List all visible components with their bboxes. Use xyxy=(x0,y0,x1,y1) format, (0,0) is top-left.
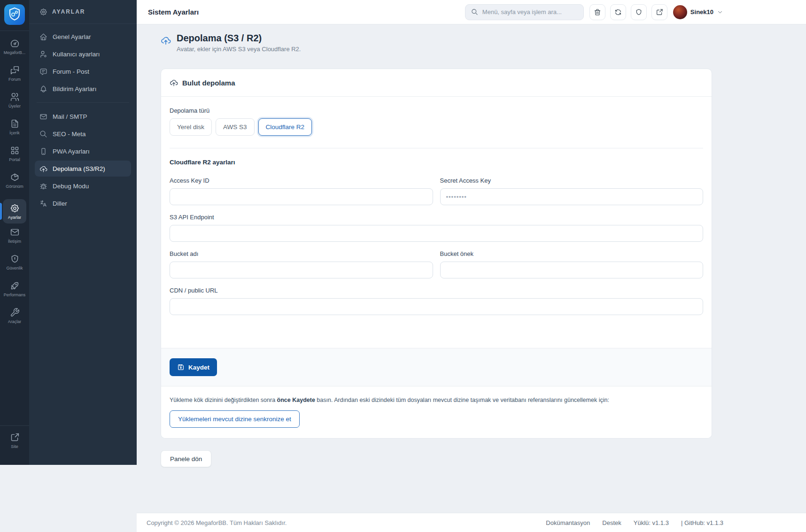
rail-item-guvenlik[interactable]: Güvenlik xyxy=(1,254,28,275)
rail-item-ayarlar[interactable]: Ayarlar xyxy=(3,199,26,224)
r2-settings-title: Cloudflare R2 ayarları xyxy=(170,159,703,166)
save-band: Kaydet xyxy=(161,348,712,386)
sidebar-item-label: Forum - Post xyxy=(53,68,89,75)
main-area: Sistem Ayarları Sinek10 xyxy=(137,0,806,532)
bucket-prefix-label: Bucket önek xyxy=(440,250,704,257)
endpoint-label: S3 API Endpoint xyxy=(170,214,703,221)
user-icon xyxy=(39,50,47,58)
global-search[interactable] xyxy=(465,4,584,20)
rail-item-gorunum[interactable]: Görünüm xyxy=(1,172,28,193)
sidebar-divider xyxy=(37,102,129,103)
dashboard-icon xyxy=(10,39,20,48)
chevron-down-icon xyxy=(717,9,723,15)
save-button-label: Kaydet xyxy=(188,364,209,371)
rail-item-forum[interactable]: Forum xyxy=(1,65,28,86)
sidebar-item-label: Kullanıcı ayarları xyxy=(53,51,100,58)
sidebar-item-label: SEO - Meta xyxy=(53,131,86,138)
language-icon xyxy=(39,200,47,208)
sidebar-item-label: Debug Modu xyxy=(53,183,89,190)
rail-item-araclar[interactable]: Araçlar xyxy=(1,308,28,329)
rail-item-portal[interactable]: Portal xyxy=(1,146,28,167)
wrench-icon xyxy=(10,308,20,317)
shield-icon xyxy=(10,254,20,264)
card-header: Bulut depolama xyxy=(161,69,712,97)
save-button[interactable]: Kaydet xyxy=(170,358,217,376)
home-icon xyxy=(39,33,47,41)
sidebar-item-debug-modu[interactable]: Debug Modu xyxy=(35,178,131,194)
cloud-upload-icon xyxy=(161,33,171,53)
content-icon xyxy=(10,119,20,129)
bucket-name-label: Bucket adı xyxy=(170,250,433,257)
rail-item-label: Ayarlar xyxy=(8,215,21,220)
bug-icon xyxy=(39,182,47,190)
page-subtitle: Avatar, ekler için AWS S3 veya Cloudflar… xyxy=(177,46,301,53)
endpoint-field[interactable] xyxy=(170,225,703,242)
rail-item-label: Üyeler xyxy=(8,104,21,108)
sidebar-item-diller[interactable]: Diller xyxy=(35,195,131,211)
storage-type-label: Depolama türü xyxy=(170,107,703,114)
rail-item-iletisim[interactable]: İletişim xyxy=(1,227,28,248)
sidebar-item-label: Bildirim Ayarları xyxy=(53,85,97,93)
settings-sidebar: AYARLAR Genel Ayarlar Kullanıcı ayarları… xyxy=(29,0,137,465)
page-header: Depolama (S3 / R2) Avatar, ekler için AW… xyxy=(161,33,712,53)
access-key-field[interactable] xyxy=(170,188,433,205)
sidebar-title: AYARLAR xyxy=(52,8,85,15)
footer: Copyright © 2026 MegaforBB. Tüm Hakları … xyxy=(137,513,806,532)
forum-icon xyxy=(10,65,20,75)
rail-item-megaforbb[interactable]: MegaforB... xyxy=(1,39,28,60)
cdn-url-field[interactable] xyxy=(170,298,703,315)
rail-item-label: İletişim xyxy=(8,239,21,244)
sidebar-item-depolama[interactable]: Depolama (S3/R2) xyxy=(35,161,131,177)
rail-item-site[interactable]: Site xyxy=(1,432,28,454)
sync-uploads-button[interactable]: Yüklemeleri mevcut dizine senkronize et xyxy=(170,410,300,428)
external-link-icon xyxy=(10,432,20,442)
sidebar-item-pwa-ayarlari[interactable]: PWA Ayarları xyxy=(35,143,131,159)
storage-option-cloudflare-r2[interactable]: Cloudflare R2 xyxy=(258,118,312,136)
avatar xyxy=(673,5,687,19)
cdn-url-label: CDN / public URL xyxy=(170,287,703,294)
sync-note: Yükleme kök dizinini değiştirdikten sonr… xyxy=(170,396,703,404)
rail-item-label: Görünüm xyxy=(6,184,23,189)
search-icon xyxy=(39,130,47,138)
portal-icon xyxy=(10,146,20,155)
storage-option-aws-s3[interactable]: AWS S3 xyxy=(216,118,255,136)
mail-icon xyxy=(10,227,20,237)
icon-rail: MegaforB... Forum Üyeler İçerik Portal xyxy=(0,0,29,465)
footer-version-installed: Yüklü: v1.1.3 xyxy=(634,519,669,526)
rail-item-icerik[interactable]: İçerik xyxy=(1,119,28,140)
message-icon xyxy=(39,68,47,76)
bucket-name-field[interactable] xyxy=(170,262,433,278)
storage-settings-card: Bulut depolama Depolama türü Yerel disk … xyxy=(161,69,712,439)
sidebar-item-forum-post[interactable]: Forum - Post xyxy=(35,63,131,79)
sidebar-item-bildirim-ayarlari[interactable]: Bildirim Ayarları xyxy=(35,81,131,97)
shield-icon xyxy=(635,8,643,16)
app-logo[interactable] xyxy=(4,4,25,25)
sidebar-item-genel-ayarlar[interactable]: Genel Ayarlar xyxy=(35,29,131,45)
back-to-panel-button[interactable]: Panele dön xyxy=(161,450,211,467)
storage-option-local[interactable]: Yerel disk xyxy=(170,118,212,136)
user-menu[interactable]: Sinek10 xyxy=(673,5,723,19)
footer-link-documentation[interactable]: Dokümantasyon xyxy=(546,519,590,526)
members-icon xyxy=(10,92,20,102)
refresh-icon xyxy=(614,8,622,16)
sidebar-item-label: Diller xyxy=(53,200,67,207)
sidebar-item-mail-smtp[interactable]: Mail / SMTP xyxy=(35,108,131,124)
rail-item-label: Araçlar xyxy=(8,319,22,324)
page-title-topbar: Sistem Ayarları xyxy=(148,8,199,16)
sync-note-text: basın. Ardından eski dizindeki tüm dosya… xyxy=(315,397,609,403)
mail-icon xyxy=(39,113,47,121)
rail-item-uyeler[interactable]: Üyeler xyxy=(1,92,28,113)
bucket-prefix-field[interactable] xyxy=(440,262,704,278)
sync-note-text: Yükleme kök dizinini değiştirdikten sonr… xyxy=(170,397,277,403)
sidebar-item-kullanici-ayarlari[interactable]: Kullanıcı ayarları xyxy=(35,46,131,62)
secret-key-field[interactable] xyxy=(440,188,704,205)
shield-button[interactable] xyxy=(631,4,647,20)
search-input[interactable] xyxy=(482,8,578,15)
refresh-button[interactable] xyxy=(610,4,626,20)
sidebar-item-seo-meta[interactable]: SEO - Meta xyxy=(35,126,131,142)
rocket-icon xyxy=(10,281,20,291)
trash-button[interactable] xyxy=(589,4,605,20)
footer-link-support[interactable]: Destek xyxy=(602,519,621,526)
rail-item-performans[interactable]: Performans xyxy=(1,281,28,302)
open-site-button[interactable] xyxy=(651,4,667,20)
